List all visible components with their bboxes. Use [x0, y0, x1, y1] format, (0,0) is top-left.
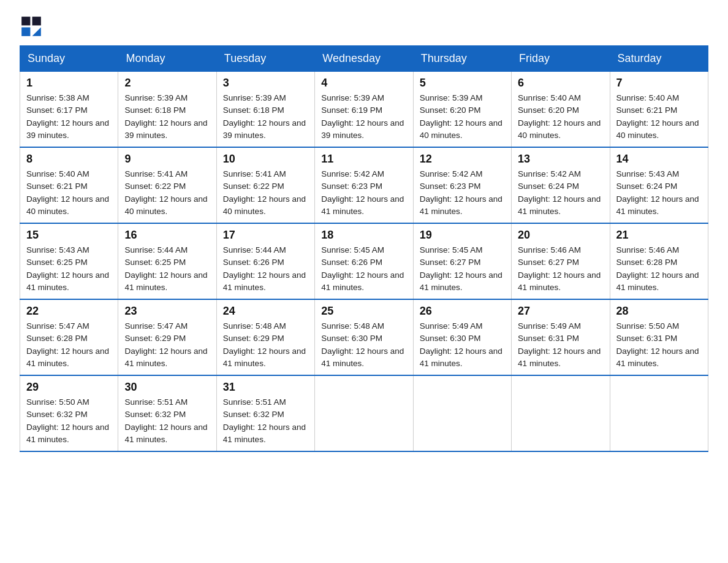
- day-info: Sunrise: 5:42 AM Sunset: 6:24 PM Dayligh…: [518, 168, 603, 218]
- day-info: Sunrise: 5:42 AM Sunset: 6:23 PM Dayligh…: [420, 168, 505, 218]
- calendar-header: SundayMondayTuesdayWednesdayThursdayFrid…: [20, 46, 708, 72]
- day-info: Sunrise: 5:46 AM Sunset: 6:27 PM Dayligh…: [518, 244, 603, 294]
- day-number: 31: [223, 381, 308, 394]
- day-number: 11: [321, 153, 406, 166]
- calendar-week-1: 1 Sunrise: 5:38 AM Sunset: 6:17 PM Dayli…: [20, 72, 708, 148]
- day-info: Sunrise: 5:50 AM Sunset: 6:31 PM Dayligh…: [616, 320, 702, 370]
- day-number: 9: [124, 153, 210, 166]
- calendar-cell: 31 Sunrise: 5:51 AM Sunset: 6:32 PM Dayl…: [216, 375, 314, 451]
- svg-rect-1: [32, 17, 41, 25]
- day-number: 25: [321, 305, 406, 318]
- day-number: 23: [124, 305, 210, 318]
- weekday-header-sunday: Sunday: [20, 46, 118, 72]
- calendar-cell: 5 Sunrise: 5:39 AM Sunset: 6:20 PM Dayli…: [413, 72, 511, 148]
- day-number: 6: [518, 77, 603, 90]
- day-number: 14: [616, 153, 702, 166]
- calendar-week-4: 22 Sunrise: 5:47 AM Sunset: 6:28 PM Dayl…: [20, 299, 708, 375]
- day-number: 10: [223, 153, 308, 166]
- day-number: 1: [26, 77, 112, 90]
- day-number: 2: [124, 77, 210, 90]
- day-number: 22: [26, 305, 112, 318]
- day-info: Sunrise: 5:39 AM Sunset: 6:20 PM Dayligh…: [420, 92, 505, 142]
- weekday-header-saturday: Saturday: [610, 46, 708, 72]
- calendar-cell: 28 Sunrise: 5:50 AM Sunset: 6:31 PM Dayl…: [610, 299, 708, 375]
- day-info: Sunrise: 5:45 AM Sunset: 6:27 PM Dayligh…: [420, 244, 505, 294]
- day-info: Sunrise: 5:43 AM Sunset: 6:24 PM Dayligh…: [616, 168, 702, 218]
- calendar-cell: 7 Sunrise: 5:40 AM Sunset: 6:21 PM Dayli…: [610, 72, 708, 148]
- day-number: 26: [420, 305, 505, 318]
- day-info: Sunrise: 5:40 AM Sunset: 6:21 PM Dayligh…: [616, 92, 702, 142]
- calendar-cell: 30 Sunrise: 5:51 AM Sunset: 6:32 PM Dayl…: [118, 375, 216, 451]
- day-number: 4: [321, 77, 406, 90]
- day-number: 18: [321, 229, 406, 242]
- calendar-cell: 16 Sunrise: 5:44 AM Sunset: 6:25 PM Dayl…: [118, 223, 216, 299]
- day-number: 3: [223, 77, 308, 90]
- calendar-week-3: 15 Sunrise: 5:43 AM Sunset: 6:25 PM Dayl…: [20, 223, 708, 299]
- calendar-cell: 13 Sunrise: 5:42 AM Sunset: 6:24 PM Dayl…: [512, 147, 610, 223]
- day-info: Sunrise: 5:46 AM Sunset: 6:28 PM Dayligh…: [616, 244, 702, 294]
- day-info: Sunrise: 5:43 AM Sunset: 6:25 PM Dayligh…: [26, 244, 112, 294]
- day-info: Sunrise: 5:44 AM Sunset: 6:26 PM Dayligh…: [223, 244, 308, 294]
- calendar-cell: 26 Sunrise: 5:49 AM Sunset: 6:30 PM Dayl…: [413, 299, 511, 375]
- day-info: Sunrise: 5:51 AM Sunset: 6:32 PM Dayligh…: [124, 396, 210, 446]
- weekday-header-friday: Friday: [512, 46, 610, 72]
- day-info: Sunrise: 5:39 AM Sunset: 6:18 PM Dayligh…: [223, 92, 308, 142]
- day-number: 21: [616, 229, 702, 242]
- calendar-cell: 2 Sunrise: 5:39 AM Sunset: 6:18 PM Dayli…: [118, 72, 216, 148]
- calendar-cell: 6 Sunrise: 5:40 AM Sunset: 6:20 PM Dayli…: [512, 72, 610, 148]
- calendar-cell: 3 Sunrise: 5:39 AM Sunset: 6:18 PM Dayli…: [216, 72, 314, 148]
- svg-marker-3: [32, 28, 41, 36]
- day-number: 16: [124, 229, 210, 242]
- day-info: Sunrise: 5:39 AM Sunset: 6:18 PM Dayligh…: [124, 92, 210, 142]
- calendar-cell: [413, 375, 511, 451]
- day-number: 19: [420, 229, 505, 242]
- day-info: Sunrise: 5:49 AM Sunset: 6:30 PM Dayligh…: [420, 320, 505, 370]
- calendar-cell: 20 Sunrise: 5:46 AM Sunset: 6:27 PM Dayl…: [512, 223, 610, 299]
- day-number: 24: [223, 305, 308, 318]
- calendar-cell: 15 Sunrise: 5:43 AM Sunset: 6:25 PM Dayl…: [20, 223, 118, 299]
- calendar-cell: [315, 375, 413, 451]
- calendar-cell: 10 Sunrise: 5:41 AM Sunset: 6:22 PM Dayl…: [216, 147, 314, 223]
- logo-icon: [20, 15, 43, 38]
- calendar-cell: 22 Sunrise: 5:47 AM Sunset: 6:28 PM Dayl…: [20, 299, 118, 375]
- calendar-cell: 19 Sunrise: 5:45 AM Sunset: 6:27 PM Dayl…: [413, 223, 511, 299]
- day-info: Sunrise: 5:40 AM Sunset: 6:20 PM Dayligh…: [518, 92, 603, 142]
- calendar-cell: 9 Sunrise: 5:41 AM Sunset: 6:22 PM Dayli…: [118, 147, 216, 223]
- calendar-cell: 1 Sunrise: 5:38 AM Sunset: 6:17 PM Dayli…: [20, 72, 118, 148]
- calendar-cell: 17 Sunrise: 5:44 AM Sunset: 6:26 PM Dayl…: [216, 223, 314, 299]
- calendar-cell: 24 Sunrise: 5:48 AM Sunset: 6:29 PM Dayl…: [216, 299, 314, 375]
- weekday-header-wednesday: Wednesday: [315, 46, 413, 72]
- day-info: Sunrise: 5:51 AM Sunset: 6:32 PM Dayligh…: [223, 396, 308, 446]
- day-number: 15: [26, 229, 112, 242]
- day-info: Sunrise: 5:47 AM Sunset: 6:28 PM Dayligh…: [26, 320, 112, 370]
- calendar-week-5: 29 Sunrise: 5:50 AM Sunset: 6:32 PM Dayl…: [20, 375, 708, 451]
- header: [20, 15, 708, 38]
- calendar-cell: 23 Sunrise: 5:47 AM Sunset: 6:29 PM Dayl…: [118, 299, 216, 375]
- day-info: Sunrise: 5:48 AM Sunset: 6:30 PM Dayligh…: [321, 320, 406, 370]
- calendar-cell: 27 Sunrise: 5:49 AM Sunset: 6:31 PM Dayl…: [512, 299, 610, 375]
- day-info: Sunrise: 5:44 AM Sunset: 6:25 PM Dayligh…: [124, 244, 210, 294]
- logo: [20, 15, 47, 38]
- svg-rect-0: [21, 17, 30, 25]
- day-info: Sunrise: 5:42 AM Sunset: 6:23 PM Dayligh…: [321, 168, 406, 218]
- day-info: Sunrise: 5:49 AM Sunset: 6:31 PM Dayligh…: [518, 320, 603, 370]
- calendar-cell: 21 Sunrise: 5:46 AM Sunset: 6:28 PM Dayl…: [610, 223, 708, 299]
- day-number: 17: [223, 229, 308, 242]
- day-info: Sunrise: 5:45 AM Sunset: 6:26 PM Dayligh…: [321, 244, 406, 294]
- weekday-header-tuesday: Tuesday: [216, 46, 314, 72]
- day-number: 27: [518, 305, 603, 318]
- calendar: SundayMondayTuesdayWednesdayThursdayFrid…: [20, 45, 708, 452]
- day-number: 28: [616, 305, 702, 318]
- day-number: 13: [518, 153, 603, 166]
- calendar-cell: [610, 375, 708, 451]
- day-info: Sunrise: 5:39 AM Sunset: 6:19 PM Dayligh…: [321, 92, 406, 142]
- day-number: 5: [420, 77, 505, 90]
- calendar-cell: 8 Sunrise: 5:40 AM Sunset: 6:21 PM Dayli…: [20, 147, 118, 223]
- day-info: Sunrise: 5:47 AM Sunset: 6:29 PM Dayligh…: [124, 320, 210, 370]
- day-number: 12: [420, 153, 505, 166]
- calendar-cell: 25 Sunrise: 5:48 AM Sunset: 6:30 PM Dayl…: [315, 299, 413, 375]
- day-info: Sunrise: 5:50 AM Sunset: 6:32 PM Dayligh…: [26, 396, 112, 446]
- day-info: Sunrise: 5:41 AM Sunset: 6:22 PM Dayligh…: [223, 168, 308, 218]
- calendar-cell: 11 Sunrise: 5:42 AM Sunset: 6:23 PM Dayl…: [315, 147, 413, 223]
- calendar-cell: 14 Sunrise: 5:43 AM Sunset: 6:24 PM Dayl…: [610, 147, 708, 223]
